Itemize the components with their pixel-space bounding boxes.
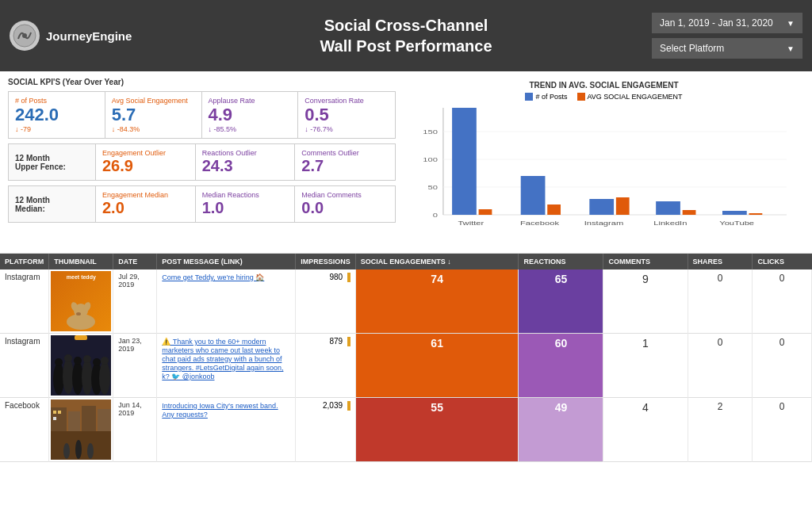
- svg-rect-38: [68, 411, 80, 431]
- median-reactions: Median Reactions 1.0: [196, 186, 296, 222]
- cell-reactions: 65: [519, 269, 603, 334]
- kpi-applause: Applause Rate 4.9 ↓ -85.5%: [202, 92, 299, 138]
- median-row: 12 MonthMedian: Engagement Median 2.0 Me…: [8, 185, 396, 223]
- svg-point-44: [63, 443, 70, 459]
- bar-youtube-posts: [722, 211, 747, 215]
- bar-facebook-posts: [521, 176, 546, 215]
- upper-fence-row: 12 MonthUpper Fence: Engagement Outlier …: [8, 143, 396, 181]
- cell-comments: 9: [603, 269, 688, 334]
- median-comments: Median Comments 0.0: [295, 186, 395, 222]
- cell-engagements: 61: [355, 334, 519, 398]
- cell-impressions: 879: [296, 334, 356, 398]
- col-reactions: REACTIONS: [519, 254, 603, 269]
- impression-bar: [347, 337, 350, 346]
- svg-rect-34: [75, 335, 87, 340]
- cell-impressions: 980: [296, 269, 356, 334]
- chart-title: TREND IN AVG. SOCIAL ENGAGEMENT: [410, 81, 798, 90]
- svg-rect-43: [53, 417, 56, 420]
- crowd-svg: [51, 335, 111, 396]
- date-range-dropdown[interactable]: Jan 1, 2019 - Jan 31, 2020 ▼: [652, 13, 802, 33]
- kpi-posts-change: ↓ -79: [15, 125, 98, 133]
- header: JourneyEngine Social Cross-Channel Wall …: [0, 0, 812, 71]
- impression-bar: [347, 401, 350, 411]
- upper-fence-values: Engagement Outlier 26.9 Reactions Outlie…: [96, 144, 395, 180]
- svg-text:50: 50: [428, 184, 439, 191]
- cell-impressions: 2,039: [296, 398, 356, 462]
- col-shares: SHARES: [688, 254, 753, 269]
- thumbnail-image: meet teddy: [51, 271, 111, 331]
- svg-rect-41: [53, 411, 56, 414]
- table-row: Facebook: [0, 398, 812, 462]
- page-title: Social Cross-Channel Wall Post Performan…: [168, 15, 644, 56]
- svg-text:YouTube: YouTube: [719, 220, 754, 227]
- cell-message: Introducing Iowa City's newest band. Any…: [157, 398, 296, 462]
- svg-point-20: [76, 312, 81, 315]
- bar-instagram-posts: [589, 199, 614, 215]
- cell-comments: 1: [603, 334, 688, 398]
- svg-point-32: [93, 358, 101, 366]
- cell-engagements: 55: [355, 398, 519, 462]
- svg-rect-42: [58, 411, 61, 414]
- bar-youtube-eng: [749, 213, 763, 215]
- col-date: DATE: [113, 254, 157, 269]
- cell-thumbnail: meet teddy: [49, 269, 113, 334]
- bar-twitter-eng: [479, 209, 492, 215]
- svg-rect-39: [82, 406, 96, 431]
- cell-shares: 0: [688, 269, 753, 334]
- kpi-applause-change: ↓ -85.5%: [209, 125, 292, 133]
- svg-point-29: [64, 354, 72, 362]
- cell-engagements: 74: [355, 269, 519, 334]
- svg-text:0: 0: [433, 212, 439, 219]
- platform-dropdown[interactable]: Select Platform ▼: [652, 38, 802, 59]
- thumbnail-image: [51, 335, 111, 396]
- cell-thumbnail: [49, 334, 113, 398]
- kpi-posts: # of Posts 242.0 ↓ -79: [9, 92, 105, 138]
- post-link[interactable]: Come get Teddy, we're hiring 🏠: [162, 273, 264, 281]
- cell-comments: 4: [603, 398, 688, 462]
- legend-engagement: AVG SOCIAL ENGAGEMENT: [577, 93, 683, 101]
- cell-shares: 2: [688, 398, 753, 462]
- post-link[interactable]: Introducing Iowa City's newest band. Any…: [162, 402, 278, 419]
- svg-point-33: [101, 357, 109, 365]
- cell-shares: 0: [688, 334, 753, 398]
- cell-date: Jun 14, 2019: [113, 398, 157, 462]
- svg-text:Twitter: Twitter: [458, 220, 485, 227]
- engagement-median: Engagement Median 2.0: [96, 186, 196, 222]
- chevron-down-icon: ▼: [787, 44, 795, 53]
- kpi-conversation-label: Conversation Rate: [304, 97, 389, 105]
- kpi-section: SOCIAL KPI'S (Year Over Year) # of Posts…: [0, 71, 812, 254]
- col-message: POST MESSAGE (LINK): [157, 254, 296, 269]
- post-link[interactable]: ⚠️ Thank you to the 60+ modern marketers…: [162, 338, 283, 380]
- svg-text:LinkedIn: LinkedIn: [653, 220, 687, 227]
- table-row: Instagram: [0, 334, 812, 398]
- legend-engagement-color: [577, 93, 585, 101]
- bar-linkedin-posts: [656, 201, 680, 215]
- street-svg: [51, 399, 111, 460]
- col-clicks: CLICKS: [753, 254, 812, 269]
- svg-point-1: [22, 33, 27, 38]
- kpi-applause-label: Applause Rate: [209, 97, 292, 105]
- bar-facebook-eng: [547, 204, 561, 215]
- kpi-conversation-change: ↓ -76.7%: [304, 125, 389, 133]
- svg-point-46: [87, 443, 94, 459]
- bar-instagram-eng: [616, 197, 630, 215]
- engagement-outlier: Engagement Outlier 26.9: [96, 144, 196, 180]
- svg-text:Facebook: Facebook: [520, 220, 559, 227]
- cell-platform: Facebook: [0, 398, 49, 462]
- median-label: 12 MonthMedian:: [9, 186, 96, 222]
- cell-message: ⚠️ Thank you to the 60+ modern marketers…: [157, 334, 296, 398]
- cell-clicks: 0: [753, 269, 812, 334]
- svg-rect-40: [98, 409, 111, 431]
- upper-fence-label: 12 MonthUpper Fence:: [9, 144, 96, 180]
- cell-message: Come get Teddy, we're hiring 🏠: [157, 269, 296, 334]
- kpi-conversation: Conversation Rate 0.5 ↓ -76.7%: [298, 92, 395, 138]
- posts-table: PLATFORM THUMBNAIL DATE POST MESSAGE (LI…: [0, 254, 812, 462]
- kpi-applause-value: 4.9: [209, 106, 292, 124]
- chart-area: TREND IN AVG. SOCIAL ENGAGEMENT # of Pos…: [404, 78, 804, 247]
- svg-text:Instagram: Instagram: [584, 220, 624, 227]
- kpi-engagement: Avg Social Engagement 5.7 ↓ -84.3%: [105, 92, 202, 138]
- svg-point-24: [72, 361, 83, 395]
- table-header: PLATFORM THUMBNAIL DATE POST MESSAGE (LI…: [0, 254, 812, 269]
- svg-point-23: [63, 359, 74, 394]
- cell-date: Jul 29, 2019: [113, 269, 157, 334]
